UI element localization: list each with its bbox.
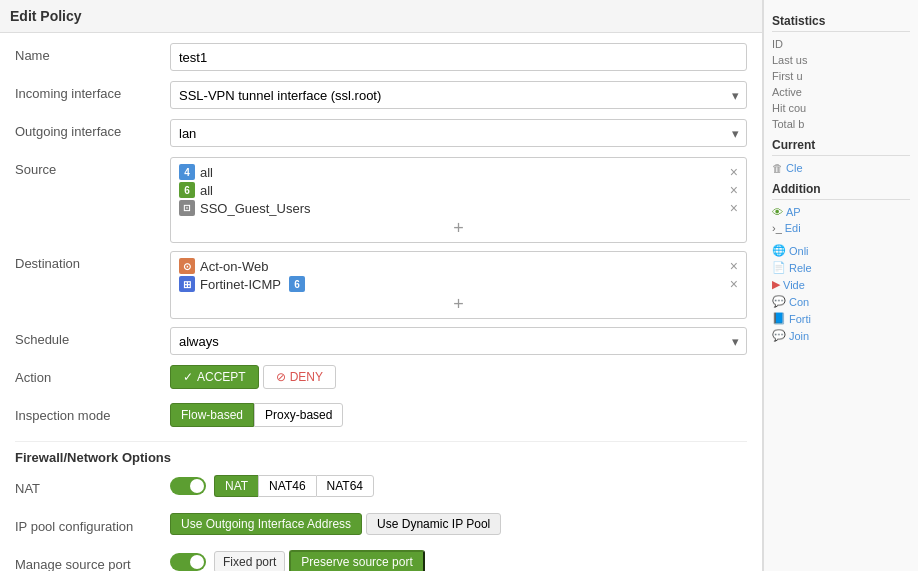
ip-pool-btn-group: Use Outgoing Interface Address Use Dynam…: [170, 513, 747, 535]
nat-toggle[interactable]: [170, 477, 206, 495]
stat-hit-count: Hit cou: [772, 100, 910, 116]
cmd-icon: ›_: [772, 222, 782, 234]
destination-remove-1[interactable]: ×: [730, 258, 738, 274]
release-label: Rele: [789, 262, 812, 274]
clear-label: Cle: [786, 162, 803, 174]
release-icon: 📄: [772, 261, 786, 274]
stat-last-used: Last us: [772, 52, 910, 68]
trash-icon: 🗑: [772, 162, 783, 174]
destination-item-1: ⊙ Act-on-Web ×: [179, 258, 738, 274]
manage-source-port-toggle[interactable]: [170, 553, 206, 571]
nat-btn-nat46[interactable]: NAT46: [258, 475, 315, 497]
inspection-proxy-button[interactable]: Proxy-based: [254, 403, 343, 427]
port-btn-group: Fixed port Preserve source port: [214, 550, 425, 571]
destination-badge-2: 6: [289, 276, 305, 292]
stat-id-label: ID: [772, 38, 783, 50]
source-icon-2: 6: [179, 182, 195, 198]
community-label: Con: [789, 296, 809, 308]
firewall-section-header: Firewall/Network Options: [15, 441, 747, 471]
destination-item-2: ⊞ Fortinet-ICMP 6 ×: [179, 276, 738, 292]
video-label: Vide: [783, 279, 805, 291]
stat-hit-count-label: Hit cou: [772, 102, 806, 114]
source-label: Source: [15, 157, 170, 177]
join-label: Join: [789, 330, 809, 342]
stat-first-used-label: First u: [772, 70, 803, 82]
incoming-interface-select[interactable]: SSL-VPN tunnel interface (ssl.root): [170, 81, 747, 109]
video-link[interactable]: ▶ Vide: [772, 276, 910, 293]
preserve-source-port-button[interactable]: Preserve source port: [289, 550, 424, 571]
join-link[interactable]: 💬 Join: [772, 327, 910, 344]
action-label: Action: [15, 365, 170, 385]
ip-pool-label: IP pool configuration: [15, 514, 170, 534]
statistics-title: Statistics: [772, 14, 910, 32]
source-icon-1: 4: [179, 164, 195, 180]
source-icon-3: ⊡: [179, 200, 195, 216]
source-remove-1[interactable]: ×: [730, 164, 738, 180]
edit-link[interactable]: ›_ Edi: [772, 220, 910, 236]
source-item-1: 4 all ×: [179, 164, 738, 180]
eye-icon: 👁: [772, 206, 783, 218]
inspection-flow-button[interactable]: Flow-based: [170, 403, 254, 427]
stat-first-used: First u: [772, 68, 910, 84]
stat-total-bytes-label: Total b: [772, 118, 804, 130]
video-icon: ▶: [772, 278, 780, 291]
source-item-2: 6 all ×: [179, 182, 738, 198]
destination-remove-2[interactable]: ×: [730, 276, 738, 292]
community-link[interactable]: 💬 Con: [772, 293, 910, 310]
source-item-1-label: all: [200, 165, 213, 180]
fortinet-label: Forti: [789, 313, 811, 325]
nat-btn-group: NAT NAT46 NAT64: [214, 475, 374, 497]
edit-label: Edi: [785, 222, 801, 234]
destination-item-1-label: Act-on-Web: [200, 259, 268, 274]
name-input[interactable]: [170, 43, 747, 71]
additional-title: Addition: [772, 182, 910, 200]
nat-btn-nat64[interactable]: NAT64: [316, 475, 374, 497]
page-title: Edit Policy: [0, 0, 762, 33]
clear-link[interactable]: 🗑 Cle: [772, 160, 910, 176]
stat-active-label: Active: [772, 86, 802, 98]
deny-label: DENY: [290, 370, 323, 384]
outgoing-interface-select[interactable]: lan: [170, 119, 747, 147]
name-label: Name: [15, 43, 170, 63]
source-tag-box: 4 all × 6 all × ⊡ SSO_Guest_Users × +: [170, 157, 747, 243]
action-btn-group: ✓ ACCEPT ⊘ DENY: [170, 365, 747, 389]
ip-pool-dynamic-button[interactable]: Use Dynamic IP Pool: [366, 513, 501, 535]
destination-item-2-label: Fortinet-ICMP: [200, 277, 281, 292]
action-deny-button[interactable]: ⊘ DENY: [263, 365, 336, 389]
ap-label: AP: [786, 206, 801, 218]
schedule-select[interactable]: always: [170, 327, 747, 355]
join-icon: 💬: [772, 329, 786, 342]
source-item-3-label: SSO_Guest_Users: [200, 201, 311, 216]
schedule-label: Schedule: [15, 327, 170, 347]
nat-label: NAT: [15, 476, 170, 496]
current-title: Current: [772, 138, 910, 156]
deny-icon: ⊘: [276, 370, 286, 384]
incoming-interface-label: Incoming interface: [15, 81, 170, 101]
community-icon: 💬: [772, 295, 786, 308]
destination-add-button[interactable]: +: [179, 294, 738, 314]
source-item-3: ⊡ SSO_Guest_Users ×: [179, 200, 738, 216]
fixed-port-label: Fixed port: [214, 551, 285, 571]
destination-label: Destination: [15, 251, 170, 271]
destination-icon-1: ⊙: [179, 258, 195, 274]
online-link[interactable]: 🌐 Onli: [772, 242, 910, 259]
source-item-2-label: all: [200, 183, 213, 198]
nat-btn-nat[interactable]: NAT: [214, 475, 258, 497]
online-label: Onli: [789, 245, 809, 257]
action-accept-button[interactable]: ✓ ACCEPT: [170, 365, 259, 389]
fortinet-link[interactable]: 📘 Forti: [772, 310, 910, 327]
source-remove-3[interactable]: ×: [730, 200, 738, 216]
checkmark-icon: ✓: [183, 370, 193, 384]
destination-tag-box: ⊙ Act-on-Web × ⊞ Fortinet-ICMP 6 × +: [170, 251, 747, 319]
ap-link[interactable]: 👁 AP: [772, 204, 910, 220]
destination-icon-2: ⊞: [179, 276, 195, 292]
release-link[interactable]: 📄 Rele: [772, 259, 910, 276]
manage-source-port-label: Manage source port: [15, 552, 170, 571]
outgoing-interface-label: Outgoing interface: [15, 119, 170, 139]
source-remove-2[interactable]: ×: [730, 182, 738, 198]
stat-total-bytes: Total b: [772, 116, 910, 132]
stat-active: Active: [772, 84, 910, 100]
inspection-mode-label: Inspection mode: [15, 403, 170, 423]
ip-pool-outgoing-button[interactable]: Use Outgoing Interface Address: [170, 513, 362, 535]
source-add-button[interactable]: +: [179, 218, 738, 238]
